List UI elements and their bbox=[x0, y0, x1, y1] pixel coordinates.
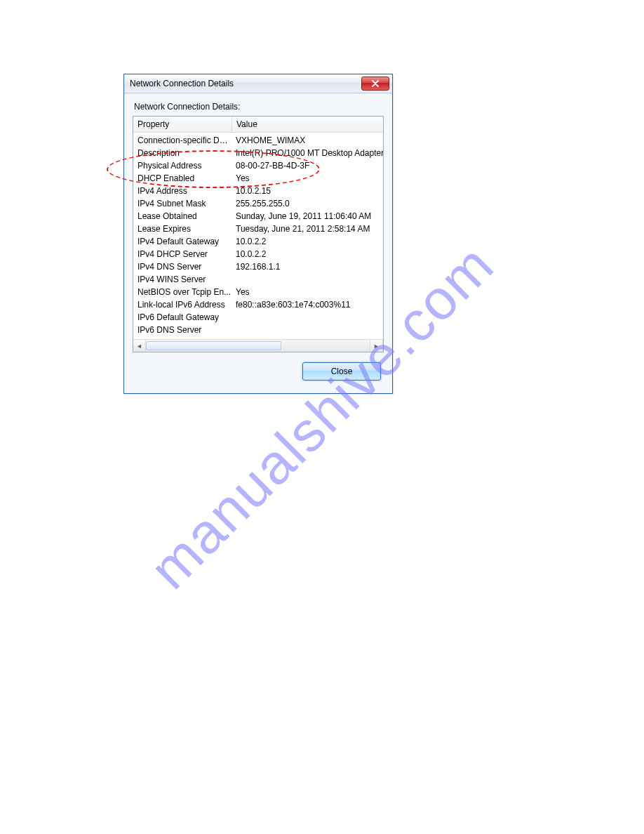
table-row[interactable]: IPv4 WINS Server bbox=[133, 273, 383, 286]
cell-value bbox=[232, 273, 383, 286]
details-list: Property Value Connection-specific DN...… bbox=[133, 116, 384, 352]
window-close-button[interactable] bbox=[361, 77, 389, 91]
table-row[interactable]: Link-local IPv6 Addressfe80::a83e:603:1e… bbox=[133, 298, 383, 311]
column-header-value[interactable]: Value bbox=[232, 117, 383, 132]
close-icon bbox=[371, 80, 380, 87]
cell-value: Tuesday, June 21, 2011 2:58:14 AM bbox=[232, 223, 383, 235]
dialog-footer: Close bbox=[133, 362, 384, 385]
cell-value: 10.0.2.2 bbox=[232, 248, 383, 260]
table-row[interactable]: Lease ObtainedSunday, June 19, 2011 11:0… bbox=[133, 210, 383, 223]
network-details-dialog: Network Connection Details Network Conne… bbox=[123, 74, 393, 394]
table-row[interactable]: NetBIOS over Tcpip En...Yes bbox=[133, 286, 383, 298]
cell-property: IPv4 DHCP Server bbox=[133, 248, 232, 260]
table-row[interactable]: DescriptionIntel(R) PRO/1000 MT Desktop … bbox=[133, 147, 383, 159]
cell-property: IPv4 DNS Server bbox=[133, 260, 232, 273]
cell-value: 192.168.1.1 bbox=[232, 260, 383, 273]
cell-value: 10.0.2.15 bbox=[232, 185, 383, 197]
details-rows: Connection-specific DN...VXHOME_WIMAX De… bbox=[133, 133, 383, 339]
table-row[interactable]: IPv4 Default Gateway10.0.2.2 bbox=[133, 235, 383, 248]
table-row[interactable]: Lease ExpiresTuesday, June 21, 2011 2:58… bbox=[133, 223, 383, 235]
scroll-track[interactable] bbox=[146, 340, 370, 352]
cell-property: Lease Expires bbox=[133, 223, 232, 235]
table-row[interactable]: Connection-specific DN...VXHOME_WIMAX bbox=[133, 134, 383, 147]
cell-value: 255.255.255.0 bbox=[232, 197, 383, 210]
cell-value: 10.0.2.2 bbox=[232, 235, 383, 248]
cell-value: Yes bbox=[232, 286, 383, 298]
table-row[interactable]: IPv4 Subnet Mask255.255.255.0 bbox=[133, 197, 383, 210]
cell-property: Physical Address bbox=[133, 159, 232, 172]
table-row[interactable]: IPv6 Default Gateway bbox=[133, 311, 383, 324]
cell-property: DHCP Enabled bbox=[133, 172, 232, 185]
cell-property: IPv6 Default Gateway bbox=[133, 311, 232, 324]
table-row[interactable]: DHCP EnabledYes bbox=[133, 172, 383, 185]
scroll-thumb[interactable] bbox=[146, 341, 281, 350]
table-row[interactable]: IPv6 DNS Server bbox=[133, 324, 383, 336]
cell-property: IPv4 WINS Server bbox=[133, 273, 232, 286]
cell-value bbox=[232, 311, 383, 324]
scroll-right-button[interactable]: ► bbox=[370, 340, 383, 352]
cell-property: Lease Obtained bbox=[133, 210, 232, 223]
dialog-titlebar[interactable]: Network Connection Details bbox=[124, 74, 392, 93]
cell-value: Yes bbox=[232, 172, 383, 185]
cell-property: Link-local IPv6 Address bbox=[133, 298, 232, 311]
table-row[interactable]: IPv4 Address10.0.2.15 bbox=[133, 185, 383, 197]
cell-property: IPv4 Subnet Mask bbox=[133, 197, 232, 210]
table-row[interactable]: IPv4 DHCP Server10.0.2.2 bbox=[133, 248, 383, 260]
table-row[interactable]: IPv4 DNS Server192.168.1.1 bbox=[133, 260, 383, 273]
column-header-property[interactable]: Property bbox=[133, 117, 232, 132]
cell-value: 08-00-27-BB-4D-3F bbox=[232, 159, 383, 172]
cell-property: IPv4 Address bbox=[133, 185, 232, 197]
dialog-subtitle: Network Connection Details: bbox=[134, 102, 384, 112]
column-headers[interactable]: Property Value bbox=[133, 117, 383, 133]
table-row[interactable]: Physical Address08-00-27-BB-4D-3F bbox=[133, 159, 383, 172]
cell-property: IPv4 Default Gateway bbox=[133, 235, 232, 248]
dialog-body: Network Connection Details: Property Val… bbox=[124, 93, 392, 393]
cell-property: Description bbox=[133, 147, 232, 159]
cell-property: Connection-specific DN... bbox=[133, 134, 232, 147]
horizontal-scrollbar[interactable]: ◄ ► bbox=[133, 339, 383, 352]
chevron-right-icon: ► bbox=[373, 343, 380, 350]
chevron-left-icon: ◄ bbox=[136, 343, 142, 350]
cell-value bbox=[232, 324, 383, 336]
cell-property: NetBIOS over Tcpip En... bbox=[133, 286, 232, 298]
close-button[interactable]: Close bbox=[302, 362, 381, 380]
dialog-title: Network Connection Details bbox=[130, 79, 234, 88]
cell-value: Intel(R) PRO/1000 MT Desktop Adapter bbox=[232, 147, 383, 159]
cell-property: IPv6 DNS Server bbox=[133, 324, 232, 336]
cell-value: fe80::a83e:603:1e74:c003%11 bbox=[232, 298, 383, 311]
cell-value: Sunday, June 19, 2011 11:06:40 AM bbox=[232, 210, 383, 223]
scroll-left-button[interactable]: ◄ bbox=[133, 340, 146, 352]
cell-value: VXHOME_WIMAX bbox=[232, 134, 383, 147]
